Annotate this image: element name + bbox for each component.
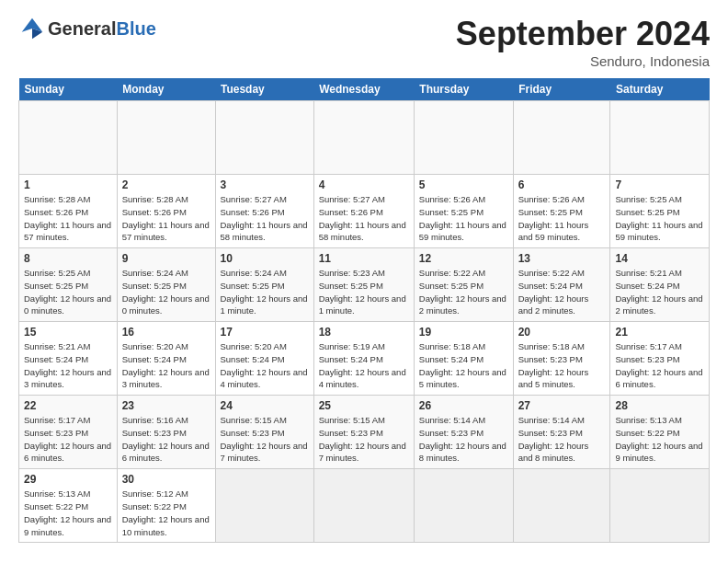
page: GeneralBlue September 2024 Senduro, Indo… [0,0,728,563]
col-monday: Monday [117,78,215,101]
calendar-cell [513,101,610,175]
sunset-label: Sunset: 5:22 PM [122,501,187,511]
calendar-cell [414,101,513,175]
sunrise-label: Sunrise: 5:26 AM [419,194,485,204]
daylight-label: Daylight: 12 hours and 1 minute. [319,293,406,316]
calendar-cell: 7 Sunrise: 5:25 AM Sunset: 5:25 PM Dayli… [610,175,710,248]
day-info: Sunrise: 5:13 AM Sunset: 5:22 PM Dayligh… [615,414,704,465]
sunrise-label: Sunrise: 5:12 AM [122,488,188,499]
day-info: Sunrise: 5:21 AM Sunset: 5:24 PM Dayligh… [615,267,704,317]
daylight-label: Daylight: 11 hours and 57 minutes. [122,220,210,243]
day-info: Sunrise: 5:26 AM Sunset: 5:25 PM Dayligh… [518,193,606,244]
col-tuesday: Tuesday [215,78,313,101]
day-number: 8 [24,252,112,265]
daylight-label: Daylight: 12 hours and 8 minutes. [419,441,506,464]
sunrise-label: Sunrise: 5:27 AM [221,194,287,204]
sunrise-label: Sunrise: 5:17 AM [24,415,90,425]
calendar-cell: 14 Sunrise: 5:21 AM Sunset: 5:24 PM Dayl… [610,248,710,322]
calendar-cell [610,101,710,175]
calendar-cell: 25 Sunrise: 5:15 AM Sunset: 5:23 PM Dayl… [313,396,414,469]
day-number: 19 [419,326,508,339]
calendar-cell [215,101,313,175]
sunrise-label: Sunrise: 5:27 AM [319,194,385,204]
sunrise-label: Sunrise: 5:20 AM [221,341,287,351]
calendar-week-row: 22 Sunrise: 5:17 AM Sunset: 5:23 PM Dayl… [19,396,710,469]
calendar-cell: 2 Sunrise: 5:28 AM Sunset: 5:26 PM Dayli… [117,175,215,248]
sunset-label: Sunset: 5:25 PM [518,207,583,217]
sunset-label: Sunset: 5:22 PM [24,501,88,511]
calendar-cell: 1 Sunrise: 5:28 AM Sunset: 5:26 PM Dayli… [19,175,118,248]
daylight-label: Daylight: 12 hours and 7 minutes. [221,441,308,464]
day-number: 6 [518,178,606,191]
daylight-label: Daylight: 12 hours and 6 minutes. [122,441,210,464]
day-number: 18 [319,326,409,339]
month-title: September 2024 [456,15,710,53]
daylight-label: Daylight: 11 hours and 58 minutes. [319,220,406,243]
day-info: Sunrise: 5:20 AM Sunset: 5:24 PM Dayligh… [122,340,210,391]
day-info: Sunrise: 5:22 AM Sunset: 5:24 PM Dayligh… [518,267,606,317]
day-info: Sunrise: 5:21 AM Sunset: 5:24 PM Dayligh… [24,340,112,391]
daylight-label: Daylight: 12 hours and 4 minutes. [221,367,308,390]
sunset-label: Sunset: 5:23 PM [419,428,483,438]
logo-text: GeneralBlue [48,18,156,40]
calendar-cell: 17 Sunrise: 5:20 AM Sunset: 5:24 PM Dayl… [215,322,313,396]
day-number: 11 [319,252,409,265]
col-friday: Friday [513,78,610,101]
logo-icon [18,15,46,42]
day-number: 1 [24,178,112,191]
day-number: 28 [615,399,704,412]
sunrise-label: Sunrise: 5:28 AM [24,194,90,204]
sunrise-label: Sunrise: 5:22 AM [518,268,585,278]
calendar-cell [215,469,313,543]
sunrise-label: Sunrise: 5:19 AM [319,341,385,351]
sunset-label: Sunset: 5:25 PM [615,207,679,217]
sunrise-label: Sunrise: 5:13 AM [615,415,681,425]
sunrise-label: Sunrise: 5:21 AM [24,341,90,351]
daylight-label: Daylight: 12 hours and 5 minutes. [518,367,589,390]
calendar-cell: 23 Sunrise: 5:16 AM Sunset: 5:23 PM Dayl… [117,396,215,469]
day-number: 25 [319,399,409,412]
day-number: 4 [319,178,409,191]
sunset-label: Sunset: 5:26 PM [221,207,285,217]
day-number: 7 [615,178,704,191]
day-info: Sunrise: 5:14 AM Sunset: 5:23 PM Dayligh… [518,414,606,465]
sunrise-label: Sunrise: 5:26 AM [518,194,585,204]
daylight-label: Daylight: 11 hours and 59 minutes. [615,220,702,243]
day-number: 17 [221,326,309,339]
day-info: Sunrise: 5:27 AM Sunset: 5:26 PM Dayligh… [221,193,309,244]
sunrise-label: Sunrise: 5:15 AM [319,415,385,425]
sunset-label: Sunset: 5:23 PM [122,428,187,438]
col-wednesday: Wednesday [313,78,414,101]
day-info: Sunrise: 5:20 AM Sunset: 5:24 PM Dayligh… [221,340,309,391]
header: GeneralBlue September 2024 Senduro, Indo… [18,15,710,69]
header-row: Sunday Monday Tuesday Wednesday Thursday… [19,78,710,101]
day-info: Sunrise: 5:24 AM Sunset: 5:25 PM Dayligh… [221,267,309,317]
sunset-label: Sunset: 5:24 PM [24,354,88,364]
day-number: 10 [221,252,309,265]
day-info: Sunrise: 5:28 AM Sunset: 5:26 PM Dayligh… [24,193,112,244]
sunset-label: Sunset: 5:23 PM [518,428,583,438]
sunrise-label: Sunrise: 5:14 AM [419,415,485,425]
sunrise-label: Sunrise: 5:18 AM [419,341,485,351]
day-info: Sunrise: 5:27 AM Sunset: 5:26 PM Dayligh… [319,193,409,244]
sunset-label: Sunset: 5:24 PM [122,354,187,364]
sunset-label: Sunset: 5:25 PM [24,281,88,291]
calendar-cell [610,469,710,543]
day-number: 22 [24,399,112,412]
calendar-table: Sunday Monday Tuesday Wednesday Thursday… [18,78,710,543]
col-sunday: Sunday [19,78,118,101]
calendar-cell: 27 Sunrise: 5:14 AM Sunset: 5:23 PM Dayl… [513,396,610,469]
daylight-label: Daylight: 12 hours and 8 minutes. [518,441,589,464]
calendar-cell [313,101,414,175]
calendar-cell: 6 Sunrise: 5:26 AM Sunset: 5:25 PM Dayli… [513,175,610,248]
daylight-label: Daylight: 12 hours and 2 minutes. [419,293,506,316]
daylight-label: Daylight: 11 hours and 57 minutes. [24,220,111,243]
day-info: Sunrise: 5:19 AM Sunset: 5:24 PM Dayligh… [319,340,409,391]
sunrise-label: Sunrise: 5:25 AM [615,194,681,204]
day-number: 30 [122,473,210,486]
logo: GeneralBlue [18,15,156,42]
day-info: Sunrise: 5:18 AM Sunset: 5:23 PM Dayligh… [518,340,606,391]
day-info: Sunrise: 5:28 AM Sunset: 5:26 PM Dayligh… [122,193,210,244]
calendar-cell: 8 Sunrise: 5:25 AM Sunset: 5:25 PM Dayli… [19,248,118,322]
daylight-label: Daylight: 12 hours and 3 minutes. [122,367,210,390]
